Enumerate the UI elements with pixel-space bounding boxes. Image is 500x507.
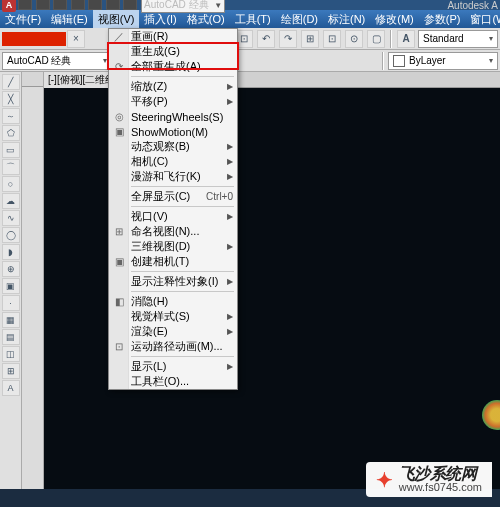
tool-mtext[interactable]: A <box>2 380 20 396</box>
toolbar-btn[interactable]: ↷ <box>279 30 297 48</box>
menu-modify[interactable]: 修改(M) <box>370 10 419 28</box>
menu-item-showmotion[interactable]: ▣ ShowMotion(M) <box>109 124 237 139</box>
menubar: 文件(F) 编辑(E) 视图(V) 插入(I) 格式(O) 工具(T) 绘图(D… <box>0 10 500 28</box>
watermark-logo-icon: ✦ <box>376 468 393 492</box>
toolbar-btn[interactable]: ↶ <box>257 30 275 48</box>
menu-file[interactable]: 文件(F) <box>0 10 46 28</box>
menu-item-walkfly[interactable]: 漫游和飞行(K) ▶ <box>109 169 237 184</box>
menu-window[interactable]: 窗口(W) <box>465 10 500 28</box>
menu-item-zoom[interactable]: 缩放(Z) ▶ <box>109 79 237 94</box>
left-tool-palette-2 <box>22 72 44 489</box>
qat-btn[interactable] <box>123 0 137 10</box>
qat-btn[interactable] <box>106 0 120 10</box>
tool-point[interactable]: · <box>2 295 20 311</box>
qat-btn[interactable] <box>18 0 32 10</box>
menu-item-render[interactable]: 渲染(E) ▶ <box>109 324 237 339</box>
color-selector[interactable]: ByLayer ▾ <box>388 52 498 70</box>
menu-label: 平移(P) <box>131 94 168 109</box>
menu-label: 动态观察(B) <box>131 139 190 154</box>
menu-dim[interactable]: 标注(N) <box>323 10 370 28</box>
menu-param[interactable]: 参数(P) <box>419 10 466 28</box>
style-selector-label: Standard <box>423 33 464 44</box>
menu-item-pan[interactable]: 平移(P) ▶ <box>109 94 237 109</box>
toolbar-row-2: AutoCAD 经典 ▾ ⚙ ByLayer ▾ <box>0 50 500 72</box>
tool-rect[interactable]: ▭ <box>2 142 20 158</box>
submenu-arrow-icon: ▶ <box>227 82 233 91</box>
qat-btn[interactable] <box>88 0 102 10</box>
menu-item-camera[interactable]: 相机(C) ▶ <box>109 154 237 169</box>
separator <box>382 52 384 70</box>
menu-item-3dviews[interactable]: 三维视图(D) ▶ <box>109 239 237 254</box>
workspace-input[interactable]: AutoCAD 经典 ▾ <box>2 52 112 70</box>
menu-divider <box>131 186 234 187</box>
menu-item-regen[interactable]: 重生成(G) <box>109 44 237 59</box>
tool-line[interactable]: ╱ <box>2 74 20 90</box>
menu-item-steeringwheels[interactable]: ◎ SteeringWheels(S) <box>109 109 237 124</box>
menu-item-redraw[interactable]: ／ 重画(R) <box>109 29 237 44</box>
menu-item-namedviews[interactable]: ⊞ 命名视图(N)... <box>109 224 237 239</box>
motion-icon: ▣ <box>112 125 126 139</box>
tool-arc[interactable]: ⌒ <box>2 159 20 175</box>
menu-item-hide[interactable]: ◧ 消隐(H) <box>109 294 237 309</box>
menu-item-annotative[interactable]: 显示注释性对象(I) ▶ <box>109 274 237 289</box>
menu-draw[interactable]: 绘图(D) <box>276 10 323 28</box>
toolbar-btn[interactable]: ⊙ <box>345 30 363 48</box>
menu-format[interactable]: 格式(O) <box>182 10 230 28</box>
tool-region[interactable]: ◫ <box>2 346 20 362</box>
left-tool-palette-1: ╱ ╳ ～ ⬠ ▭ ⌒ ○ ☁ ∿ ◯ ◗ ⊕ ▣ · ▦ ▤ ◫ ⊞ A <box>0 72 22 489</box>
menu-item-display[interactable]: 显示(L) ▶ <box>109 359 237 374</box>
tool-hatch[interactable]: ▦ <box>2 312 20 328</box>
viewcube-compass-icon[interactable] <box>482 400 500 430</box>
toolbar-btn[interactable]: A <box>397 30 415 48</box>
menu-item-toolbars[interactable]: 工具栏(O)... <box>109 374 237 389</box>
menu-label: 显示注释性对象(I) <box>131 274 218 289</box>
menu-tools[interactable]: 工具(T) <box>230 10 276 28</box>
qat-btn[interactable] <box>36 0 50 10</box>
chevron-down-icon: ▾ <box>103 56 107 65</box>
titlebar: A AutoCAD 经典 ▼ Autodesk A <box>0 0 500 10</box>
tool-revcloud[interactable]: ☁ <box>2 193 20 209</box>
qat-btn[interactable] <box>71 0 85 10</box>
menu-divider <box>131 291 234 292</box>
menu-label: 重生成(G) <box>131 44 180 59</box>
hide-icon: ◧ <box>112 295 126 309</box>
separator <box>390 30 392 48</box>
toolbar-btn[interactable]: × <box>67 30 85 48</box>
submenu-arrow-icon: ▶ <box>227 97 233 106</box>
menu-divider <box>131 206 234 207</box>
tool-ellipse[interactable]: ◯ <box>2 227 20 243</box>
watermark-title: 飞沙系统网 <box>399 466 482 482</box>
menu-item-viewports[interactable]: 视口(V) ▶ <box>109 209 237 224</box>
style-selector[interactable]: Standard ▾ <box>418 30 498 48</box>
menu-item-orbit[interactable]: 动态观察(B) ▶ <box>109 139 237 154</box>
tool-pline[interactable]: ～ <box>2 108 20 124</box>
menu-item-visualstyles[interactable]: 视觉样式(S) ▶ <box>109 309 237 324</box>
tool-xline[interactable]: ╳ <box>2 91 20 107</box>
palette-tab[interactable] <box>22 72 43 87</box>
tool-spline[interactable]: ∿ <box>2 210 20 226</box>
menu-item-motionpath[interactable]: ⊡ 运动路径动画(M)... <box>109 339 237 354</box>
namedviews-icon: ⊞ <box>112 225 126 239</box>
menu-label: 三维视图(D) <box>131 239 190 254</box>
qat-btn[interactable] <box>53 0 67 10</box>
tool-ellipsearc[interactable]: ◗ <box>2 244 20 260</box>
toolbar-btn[interactable]: ⊡ <box>323 30 341 48</box>
tool-circle[interactable]: ○ <box>2 176 20 192</box>
menu-item-regenall[interactable]: ⟳ 全部重生成(A) <box>109 59 237 74</box>
menu-insert[interactable]: 插入(I) <box>139 10 181 28</box>
tool-block[interactable]: ▣ <box>2 278 20 294</box>
tool-gradient[interactable]: ▤ <box>2 329 20 345</box>
menu-item-cleanscreen[interactable]: 全屏显示(C) Ctrl+0 <box>109 189 237 204</box>
motionpath-icon: ⊡ <box>112 340 126 354</box>
submenu-arrow-icon: ▶ <box>227 142 233 151</box>
tool-table[interactable]: ⊞ <box>2 363 20 379</box>
submenu-arrow-icon: ▶ <box>227 327 233 336</box>
toolbar-btn[interactable]: ⊞ <box>301 30 319 48</box>
menu-edit[interactable]: 编辑(E) <box>46 10 93 28</box>
menu-label: 视口(V) <box>131 209 168 224</box>
menu-view[interactable]: 视图(V) <box>93 10 140 28</box>
toolbar-btn[interactable]: ▢ <box>367 30 385 48</box>
tool-insert[interactable]: ⊕ <box>2 261 20 277</box>
tool-polygon[interactable]: ⬠ <box>2 125 20 141</box>
menu-item-createcamera[interactable]: ▣ 创建相机(T) <box>109 254 237 269</box>
